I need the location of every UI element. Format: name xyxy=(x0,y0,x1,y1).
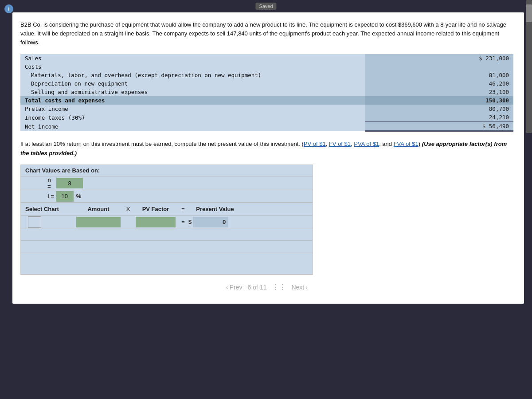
depreciation-value: 46,200 xyxy=(365,79,513,88)
selling-label: Selling and administrative expenses xyxy=(20,88,365,96)
total-value: 150,300 xyxy=(365,96,513,105)
selling-value: 23,100 xyxy=(365,88,513,96)
tall-empty-row xyxy=(21,253,313,274)
taxes-value: 24,210 xyxy=(365,113,513,122)
pretax-value: 80,700 xyxy=(365,105,513,113)
pv-static-value: 0 xyxy=(193,217,228,227)
equals-header: = xyxy=(178,206,188,212)
sales-value: $ 231,000 xyxy=(365,54,513,63)
prev-label: Prev xyxy=(230,284,243,291)
next-arrow: › xyxy=(305,284,308,291)
pv-value-cell-1: $ 0 xyxy=(188,217,242,227)
column-headers-row: Select Chart Amount X PV Factor = Presen… xyxy=(21,203,313,216)
net-value: $ 56,490 xyxy=(365,122,513,131)
grid-icon[interactable]: ⋮⋮ xyxy=(272,283,286,291)
select-chart-label: Select Chart xyxy=(21,206,74,212)
question-section: If at least an 10% return on this invest… xyxy=(20,140,513,158)
pct-label: % xyxy=(75,193,82,200)
i-label: i = xyxy=(47,193,54,200)
n-row: n = xyxy=(21,176,313,190)
empty-row-1 xyxy=(21,228,313,241)
pv-factor-input-1[interactable] xyxy=(136,217,176,227)
pretax-label: Pretax income xyxy=(20,105,365,113)
data-row-1: = $ 0 xyxy=(21,216,313,228)
empty-row-2 xyxy=(21,241,313,253)
question-sep3: , and xyxy=(379,141,394,147)
pv-factor-header: PV Factor xyxy=(133,206,178,212)
taxes-label: Income taxes (30%) xyxy=(20,113,365,122)
scroll-bar[interactable] xyxy=(526,0,532,133)
page-container: i Saved B2B Co. is considering the purch… xyxy=(0,0,532,399)
scroll-thumb[interactable] xyxy=(526,4,532,22)
pv-factor-cell-1 xyxy=(133,217,178,227)
fva1-link[interactable]: FVA of $1 xyxy=(394,141,419,147)
chart-title: Chart Values are Based on: xyxy=(25,167,100,174)
select-chart-button[interactable] xyxy=(28,216,41,228)
prev-button[interactable]: ‹ Prev xyxy=(226,284,242,291)
chart-section: Chart Values are Based on: n = i = % Sel… xyxy=(20,164,313,275)
info-icon[interactable]: i xyxy=(4,4,13,13)
costs-label: Costs xyxy=(20,63,365,71)
next-button[interactable]: Next › xyxy=(291,284,307,291)
pv1-link[interactable]: PV of $1 xyxy=(304,141,326,147)
equals-cell-1: = xyxy=(178,219,188,225)
chart-header: Chart Values are Based on: xyxy=(21,165,313,176)
costs-value xyxy=(365,63,513,71)
total-pages: 11 xyxy=(260,284,267,291)
prev-arrow: ‹ xyxy=(226,284,228,291)
main-content: B2B Co. is considering the purchase of e… xyxy=(12,12,524,304)
saved-badge: Saved xyxy=(255,3,276,10)
next-label: Next xyxy=(291,284,304,291)
question-sep1: , xyxy=(326,141,329,147)
amount-header: Amount xyxy=(74,206,123,212)
nav-bar: ‹ Prev 6 of 11 ⋮⋮ Next › xyxy=(20,283,513,291)
present-value-header: Present Value xyxy=(188,206,242,212)
pv-dollar-sign: $ xyxy=(188,219,192,225)
amount-cell-1 xyxy=(74,217,123,227)
pva1-link[interactable]: PVA of $1 xyxy=(354,141,379,147)
question-text: If at least an 10% return on this invest… xyxy=(20,141,304,147)
amount-input-1[interactable] xyxy=(76,217,121,227)
n-input[interactable] xyxy=(56,178,83,188)
problem-text: B2B Co. is considering the purchase of e… xyxy=(20,20,513,47)
total-label: Total costs and expenses xyxy=(20,96,365,105)
net-label: Net income xyxy=(20,122,365,131)
of-label: of xyxy=(251,284,259,291)
income-table: Sales $ 231,000 Costs Materials, labor, … xyxy=(20,54,513,132)
select-chart-btn-container xyxy=(21,216,74,228)
depreciation-label: Depreciation on new equipment xyxy=(20,79,365,88)
materials-value: 81,000 xyxy=(365,71,513,79)
fv1-link[interactable]: FV of $1 xyxy=(329,141,351,147)
page-info: 6 of 11 xyxy=(248,284,267,291)
materials-label: Materials, labor, and overhead (except d… xyxy=(20,71,365,79)
x-header: X xyxy=(123,206,133,212)
i-row: i = % xyxy=(21,190,313,203)
sales-label: Sales xyxy=(20,54,365,63)
i-input[interactable] xyxy=(56,191,74,202)
n-label: n = xyxy=(47,176,55,190)
